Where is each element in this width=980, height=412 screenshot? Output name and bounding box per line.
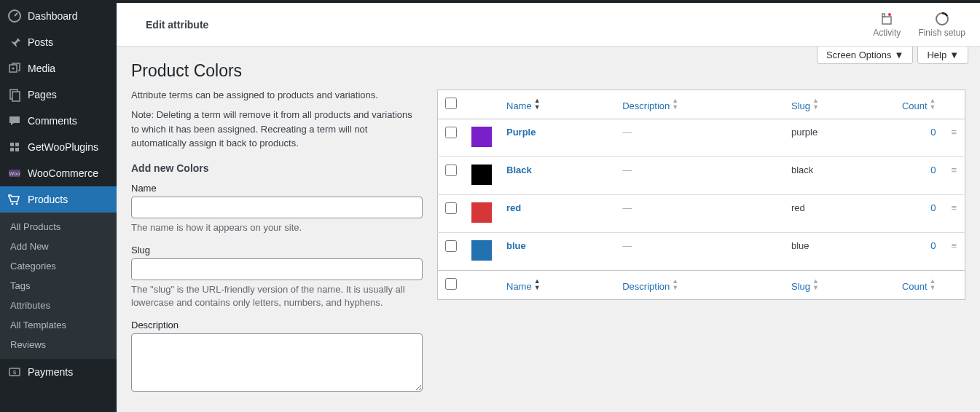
row-checkbox[interactable] [445,127,457,138]
row-checkbox[interactable] [445,165,457,176]
col-count[interactable]: Count▲▼ [885,90,944,119]
sidebar-item-media[interactable]: Media [0,55,117,82]
intro-text: Attribute terms can be assigned to produ… [131,90,423,100]
svg-point-16 [888,13,891,16]
sidebar-item-woocommerce[interactable]: Woo WooCommerce [0,160,117,186]
term-count-link[interactable]: 0 [930,202,936,213]
desc-input[interactable] [131,333,423,392]
sort-icon: ▲▼ [534,278,541,291]
sort-icon: ▲▼ [812,278,819,291]
drag-handle-icon[interactable]: ≡ [951,165,957,175]
drag-handle-icon[interactable]: ≡ [951,202,957,213]
col-slug[interactable]: Slug▲▼ [784,90,885,119]
sidebar-item-products[interactable]: Products [0,186,117,213]
name-input[interactable] [131,197,423,218]
sidebar-item-posts[interactable]: Posts [0,29,117,55]
term-desc: — [622,165,632,175]
select-all-checkbox-footer[interactable] [445,278,457,290]
form-heading: Add new Colors [131,162,423,174]
col-count[interactable]: Count▲▼ [885,271,944,300]
table-row: blue—blue0≡ [438,233,965,271]
finish-icon [935,12,949,26]
submenu-tags[interactable]: Tags [0,276,117,296]
help-tab[interactable]: Help▼ [917,47,968,64]
term-slug: purple [784,119,885,157]
sidebar-label: Pages [28,89,57,100]
screen-options-tab[interactable]: Screen Options▼ [817,47,913,64]
sort-icon: ▲▼ [930,98,936,111]
term-count-link[interactable]: 0 [930,240,936,251]
sidebar-label: Media [28,63,55,74]
term-count-link[interactable]: 0 [930,165,936,175]
term-count-link[interactable]: 0 [930,127,936,138]
sidebar-item-payments[interactable]: $ Payments [0,359,117,385]
header-bar: Edit attribute Activity Finish setup [117,3,980,47]
sidebar-label: Comments [28,115,77,127]
col-desc[interactable]: Description▲▼ [615,90,784,119]
svg-rect-8 [15,148,19,151]
sort-icon: ▲▼ [812,98,819,111]
svg-point-2 [12,68,15,70]
row-checkbox[interactable] [445,240,457,252]
color-swatch [471,240,492,261]
col-slug[interactable]: Slug▲▼ [784,271,885,300]
woo-icon: Woo [7,166,22,181]
svg-point-12 [16,203,18,205]
admin-sidebar: Dashboard Posts Media Pages Comments Get… [0,3,117,412]
activity-icon [879,12,894,26]
row-checkbox[interactable] [445,202,457,214]
svg-rect-5 [10,143,14,146]
col-name[interactable]: Name▲▼ [499,90,615,119]
term-name-link[interactable]: red [506,202,521,213]
sidebar-label: WooCommerce [28,167,98,179]
media-icon [7,61,22,76]
sidebar-label: Dashboard [28,10,78,22]
submenu-attributes[interactable]: Attributes [0,296,117,315]
finish-setup-button[interactable]: Finish setup [918,12,965,38]
name-label: Name [131,183,423,194]
svg-text:Woo: Woo [9,171,20,176]
col-name[interactable]: Name▲▼ [499,271,615,300]
submenu-add-new[interactable]: Add New [0,237,117,256]
sidebar-label: Products [28,194,68,205]
terms-table: Name▲▼ Description▲▼ Slug▲▼ Count▲▼ Purp… [437,90,965,300]
term-desc: — [622,240,632,251]
drag-handle-icon[interactable]: ≡ [951,240,957,251]
term-name-link[interactable]: blue [506,240,526,251]
select-all-checkbox[interactable] [445,98,457,109]
term-name-link[interactable]: Black [506,165,532,175]
term-name-link[interactable]: Purple [506,127,536,138]
table-row: Purple—purple0≡ [438,119,965,157]
sidebar-item-getwooplugins[interactable]: GetWooPlugins [0,134,117,160]
submenu-all-templates[interactable]: All Templates [0,315,117,335]
comments-icon [7,114,22,128]
sort-icon: ▲▼ [930,278,936,291]
header-title: Edit attribute [131,19,208,31]
sort-icon: ▲▼ [534,98,541,111]
svg-rect-6 [15,143,19,146]
color-swatch [471,165,492,185]
pages-icon [7,87,22,102]
col-desc[interactable]: Description▲▼ [615,271,784,300]
svg-point-11 [12,203,14,205]
note-text: Note: Deleting a term will remove it fro… [131,108,423,151]
action-label: Finish setup [918,28,965,38]
table-row: Black—black0≡ [438,157,965,195]
slug-label: Slug [131,245,423,255]
sidebar-item-pages[interactable]: Pages [0,82,117,108]
term-slug: black [784,157,885,195]
term-slug: blue [784,233,885,271]
submenu-reviews[interactable]: Reviews [0,335,117,354]
activity-button[interactable]: Activity [873,12,901,38]
term-desc: — [622,202,632,213]
products-icon [7,192,22,207]
slug-input[interactable] [131,258,423,280]
sidebar-item-comments[interactable]: Comments [0,108,117,134]
sidebar-label: Payments [28,366,73,378]
sidebar-item-dashboard[interactable]: Dashboard [0,3,117,29]
svg-text:$: $ [13,369,17,376]
submenu-all-products[interactable]: All Products [0,217,117,237]
drag-handle-icon[interactable]: ≡ [951,127,957,138]
table-row: red—red0≡ [438,195,965,233]
submenu-categories[interactable]: Categories [0,256,117,276]
